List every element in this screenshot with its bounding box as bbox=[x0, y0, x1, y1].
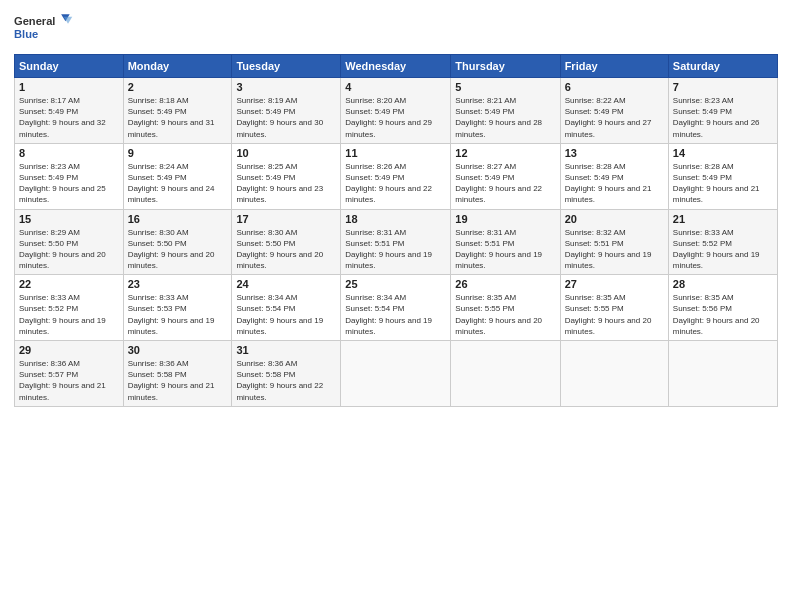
day-info: Sunrise: 8:33 AM Sunset: 5:52 PM Dayligh… bbox=[673, 227, 773, 272]
calendar-day-cell bbox=[451, 341, 560, 407]
day-info: Sunrise: 8:23 AM Sunset: 5:49 PM Dayligh… bbox=[673, 95, 773, 140]
calendar-header-row: SundayMondayTuesdayWednesdayThursdayFrid… bbox=[15, 55, 778, 78]
day-number: 19 bbox=[455, 213, 555, 225]
calendar-day-cell: 16 Sunrise: 8:30 AM Sunset: 5:50 PM Dayl… bbox=[123, 209, 232, 275]
day-number: 8 bbox=[19, 147, 119, 159]
weekday-header: Wednesday bbox=[341, 55, 451, 78]
weekday-header: Sunday bbox=[15, 55, 124, 78]
day-number: 6 bbox=[565, 81, 664, 93]
page: General Blue SundayMondayTuesdayWednesda… bbox=[0, 0, 792, 612]
calendar-week-row: 8 Sunrise: 8:23 AM Sunset: 5:49 PM Dayli… bbox=[15, 143, 778, 209]
day-number: 18 bbox=[345, 213, 446, 225]
calendar-day-cell: 4 Sunrise: 8:20 AM Sunset: 5:49 PM Dayli… bbox=[341, 78, 451, 144]
calendar-day-cell: 2 Sunrise: 8:18 AM Sunset: 5:49 PM Dayli… bbox=[123, 78, 232, 144]
calendar-day-cell bbox=[341, 341, 451, 407]
day-info: Sunrise: 8:28 AM Sunset: 5:49 PM Dayligh… bbox=[673, 161, 773, 206]
day-info: Sunrise: 8:17 AM Sunset: 5:49 PM Dayligh… bbox=[19, 95, 119, 140]
day-info: Sunrise: 8:35 AM Sunset: 5:55 PM Dayligh… bbox=[455, 292, 555, 337]
day-info: Sunrise: 8:25 AM Sunset: 5:49 PM Dayligh… bbox=[236, 161, 336, 206]
day-number: 11 bbox=[345, 147, 446, 159]
day-info: Sunrise: 8:27 AM Sunset: 5:49 PM Dayligh… bbox=[455, 161, 555, 206]
day-info: Sunrise: 8:36 AM Sunset: 5:57 PM Dayligh… bbox=[19, 358, 119, 403]
day-info: Sunrise: 8:31 AM Sunset: 5:51 PM Dayligh… bbox=[345, 227, 446, 272]
weekday-header: Friday bbox=[560, 55, 668, 78]
day-number: 16 bbox=[128, 213, 228, 225]
logo-svg: General Blue bbox=[14, 10, 74, 46]
calendar-day-cell: 25 Sunrise: 8:34 AM Sunset: 5:54 PM Dayl… bbox=[341, 275, 451, 341]
day-number: 26 bbox=[455, 278, 555, 290]
day-info: Sunrise: 8:29 AM Sunset: 5:50 PM Dayligh… bbox=[19, 227, 119, 272]
day-number: 7 bbox=[673, 81, 773, 93]
day-info: Sunrise: 8:22 AM Sunset: 5:49 PM Dayligh… bbox=[565, 95, 664, 140]
calendar-day-cell: 9 Sunrise: 8:24 AM Sunset: 5:49 PM Dayli… bbox=[123, 143, 232, 209]
calendar-day-cell: 19 Sunrise: 8:31 AM Sunset: 5:51 PM Dayl… bbox=[451, 209, 560, 275]
calendar-day-cell: 29 Sunrise: 8:36 AM Sunset: 5:57 PM Dayl… bbox=[15, 341, 124, 407]
day-info: Sunrise: 8:34 AM Sunset: 5:54 PM Dayligh… bbox=[236, 292, 336, 337]
day-number: 25 bbox=[345, 278, 446, 290]
day-info: Sunrise: 8:33 AM Sunset: 5:53 PM Dayligh… bbox=[128, 292, 228, 337]
day-number: 9 bbox=[128, 147, 228, 159]
calendar-day-cell: 15 Sunrise: 8:29 AM Sunset: 5:50 PM Dayl… bbox=[15, 209, 124, 275]
day-number: 4 bbox=[345, 81, 446, 93]
day-info: Sunrise: 8:36 AM Sunset: 5:58 PM Dayligh… bbox=[128, 358, 228, 403]
calendar-day-cell: 1 Sunrise: 8:17 AM Sunset: 5:49 PM Dayli… bbox=[15, 78, 124, 144]
day-info: Sunrise: 8:20 AM Sunset: 5:49 PM Dayligh… bbox=[345, 95, 446, 140]
calendar-week-row: 1 Sunrise: 8:17 AM Sunset: 5:49 PM Dayli… bbox=[15, 78, 778, 144]
day-info: Sunrise: 8:31 AM Sunset: 5:51 PM Dayligh… bbox=[455, 227, 555, 272]
day-number: 20 bbox=[565, 213, 664, 225]
day-info: Sunrise: 8:36 AM Sunset: 5:58 PM Dayligh… bbox=[236, 358, 336, 403]
calendar-day-cell: 14 Sunrise: 8:28 AM Sunset: 5:49 PM Dayl… bbox=[668, 143, 777, 209]
calendar-day-cell: 7 Sunrise: 8:23 AM Sunset: 5:49 PM Dayli… bbox=[668, 78, 777, 144]
day-number: 5 bbox=[455, 81, 555, 93]
day-number: 3 bbox=[236, 81, 336, 93]
calendar-day-cell: 31 Sunrise: 8:36 AM Sunset: 5:58 PM Dayl… bbox=[232, 341, 341, 407]
weekday-header: Tuesday bbox=[232, 55, 341, 78]
day-number: 24 bbox=[236, 278, 336, 290]
day-info: Sunrise: 8:33 AM Sunset: 5:52 PM Dayligh… bbox=[19, 292, 119, 337]
day-info: Sunrise: 8:18 AM Sunset: 5:49 PM Dayligh… bbox=[128, 95, 228, 140]
weekday-header: Monday bbox=[123, 55, 232, 78]
calendar-day-cell bbox=[668, 341, 777, 407]
day-number: 14 bbox=[673, 147, 773, 159]
day-info: Sunrise: 8:30 AM Sunset: 5:50 PM Dayligh… bbox=[128, 227, 228, 272]
calendar-day-cell: 27 Sunrise: 8:35 AM Sunset: 5:55 PM Dayl… bbox=[560, 275, 668, 341]
weekday-header: Thursday bbox=[451, 55, 560, 78]
calendar-week-row: 15 Sunrise: 8:29 AM Sunset: 5:50 PM Dayl… bbox=[15, 209, 778, 275]
day-info: Sunrise: 8:34 AM Sunset: 5:54 PM Dayligh… bbox=[345, 292, 446, 337]
day-number: 10 bbox=[236, 147, 336, 159]
day-number: 1 bbox=[19, 81, 119, 93]
day-number: 15 bbox=[19, 213, 119, 225]
day-info: Sunrise: 8:23 AM Sunset: 5:49 PM Dayligh… bbox=[19, 161, 119, 206]
calendar-day-cell: 11 Sunrise: 8:26 AM Sunset: 5:49 PM Dayl… bbox=[341, 143, 451, 209]
calendar-day-cell: 17 Sunrise: 8:30 AM Sunset: 5:50 PM Dayl… bbox=[232, 209, 341, 275]
weekday-header: Saturday bbox=[668, 55, 777, 78]
day-number: 30 bbox=[128, 344, 228, 356]
calendar-day-cell: 20 Sunrise: 8:32 AM Sunset: 5:51 PM Dayl… bbox=[560, 209, 668, 275]
calendar-day-cell: 8 Sunrise: 8:23 AM Sunset: 5:49 PM Dayli… bbox=[15, 143, 124, 209]
day-info: Sunrise: 8:30 AM Sunset: 5:50 PM Dayligh… bbox=[236, 227, 336, 272]
day-info: Sunrise: 8:19 AM Sunset: 5:49 PM Dayligh… bbox=[236, 95, 336, 140]
calendar-day-cell: 10 Sunrise: 8:25 AM Sunset: 5:49 PM Dayl… bbox=[232, 143, 341, 209]
calendar-day-cell: 24 Sunrise: 8:34 AM Sunset: 5:54 PM Dayl… bbox=[232, 275, 341, 341]
calendar-day-cell: 23 Sunrise: 8:33 AM Sunset: 5:53 PM Dayl… bbox=[123, 275, 232, 341]
calendar-day-cell: 22 Sunrise: 8:33 AM Sunset: 5:52 PM Dayl… bbox=[15, 275, 124, 341]
calendar-day-cell: 28 Sunrise: 8:35 AM Sunset: 5:56 PM Dayl… bbox=[668, 275, 777, 341]
calendar-day-cell: 3 Sunrise: 8:19 AM Sunset: 5:49 PM Dayli… bbox=[232, 78, 341, 144]
calendar-week-row: 29 Sunrise: 8:36 AM Sunset: 5:57 PM Dayl… bbox=[15, 341, 778, 407]
day-number: 28 bbox=[673, 278, 773, 290]
svg-text:General: General bbox=[14, 15, 55, 27]
day-info: Sunrise: 8:24 AM Sunset: 5:49 PM Dayligh… bbox=[128, 161, 228, 206]
day-number: 12 bbox=[455, 147, 555, 159]
calendar-week-row: 22 Sunrise: 8:33 AM Sunset: 5:52 PM Dayl… bbox=[15, 275, 778, 341]
calendar-day-cell: 6 Sunrise: 8:22 AM Sunset: 5:49 PM Dayli… bbox=[560, 78, 668, 144]
calendar-day-cell: 21 Sunrise: 8:33 AM Sunset: 5:52 PM Dayl… bbox=[668, 209, 777, 275]
day-number: 29 bbox=[19, 344, 119, 356]
day-info: Sunrise: 8:32 AM Sunset: 5:51 PM Dayligh… bbox=[565, 227, 664, 272]
svg-text:Blue: Blue bbox=[14, 28, 38, 40]
day-info: Sunrise: 8:35 AM Sunset: 5:55 PM Dayligh… bbox=[565, 292, 664, 337]
day-number: 2 bbox=[128, 81, 228, 93]
day-number: 27 bbox=[565, 278, 664, 290]
day-number: 21 bbox=[673, 213, 773, 225]
calendar-day-cell: 5 Sunrise: 8:21 AM Sunset: 5:49 PM Dayli… bbox=[451, 78, 560, 144]
calendar-day-cell: 26 Sunrise: 8:35 AM Sunset: 5:55 PM Dayl… bbox=[451, 275, 560, 341]
